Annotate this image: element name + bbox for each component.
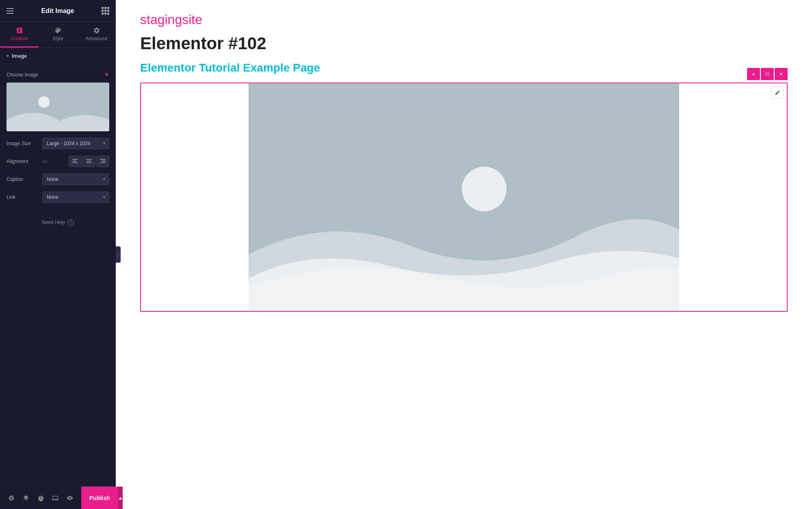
hamburger-menu-button[interactable] (6, 8, 14, 14)
widget-container: + × (140, 83, 788, 312)
grid-menu-button[interactable] (102, 7, 109, 15)
tab-content-label: Content (11, 36, 28, 41)
section-label: Image (12, 53, 27, 59)
link-select[interactable]: None (42, 191, 109, 203)
page-subtitle: Elementor Tutorial Example Page (140, 61, 788, 74)
choose-image-label: Choose Image (6, 72, 38, 78)
panel-title: Edit Image (41, 7, 74, 15)
page-title: Elementor #102 (140, 34, 788, 53)
tab-style-label: Style (52, 36, 63, 41)
sidebar-collapse-handle[interactable]: ‹ (116, 246, 121, 263)
svg-point-18 (767, 75, 768, 76)
align-center-button[interactable] (82, 156, 95, 167)
alignment-buttons (52, 156, 109, 167)
svg-rect-4 (72, 159, 78, 160)
svg-point-14 (765, 74, 766, 74)
caption-label: Caption (6, 176, 39, 182)
responsive-button[interactable] (49, 492, 62, 505)
ai-icon[interactable]: ✦ (104, 71, 109, 78)
svg-point-23 (462, 167, 507, 211)
widget-toolbar: + × (747, 68, 788, 80)
site-title: stagingsite (140, 12, 788, 27)
widget-add-button[interactable]: + (747, 68, 760, 80)
monitor-icon: ▭ (42, 159, 47, 164)
publish-button[interactable]: Publish (81, 487, 118, 509)
help-icon: ? (67, 219, 74, 226)
svg-rect-6 (72, 162, 78, 163)
svg-rect-10 (100, 159, 106, 160)
svg-rect-9 (86, 162, 92, 163)
widget-edit-button[interactable] (771, 87, 784, 99)
svg-point-15 (765, 75, 766, 76)
tab-advanced-label: Advanced (86, 36, 107, 41)
image-section-header[interactable]: ▾ Image (0, 48, 116, 64)
placeholder-image (141, 83, 787, 311)
image-size-row: Image Size Large - 1024 x 1024 (6, 138, 109, 149)
image-preview-thumbnail[interactable] (6, 83, 109, 131)
svg-point-19 (768, 72, 769, 73)
alignment-label: Alignment (6, 159, 39, 164)
need-help-label: Need Help (42, 220, 65, 225)
caption-row: Caption None (6, 174, 109, 185)
widget-move-button[interactable] (761, 68, 774, 80)
main-canvas: stagingsite Elementor #102 Elementor Tut… (116, 0, 812, 509)
align-right-button[interactable] (96, 156, 109, 167)
image-size-label: Image Size (6, 141, 39, 146)
svg-point-17 (767, 74, 768, 74)
image-widget (140, 83, 788, 312)
svg-point-21 (768, 75, 769, 76)
section-chevron-icon: ▾ (6, 54, 9, 58)
settings-button[interactable] (5, 492, 18, 505)
align-left-button[interactable] (69, 156, 82, 167)
svg-point-20 (768, 74, 769, 74)
history-button[interactable] (34, 492, 47, 505)
sidebar: Edit Image Content Style Advanced ▾ Imag… (0, 0, 116, 509)
caption-select[interactable]: None (42, 174, 109, 185)
svg-point-16 (767, 72, 768, 73)
preview-button[interactable] (63, 492, 76, 505)
svg-point-13 (765, 72, 766, 73)
image-size-select[interactable]: Large - 1024 x 1024 (42, 138, 109, 149)
caption-select-wrapper: None (42, 174, 109, 185)
link-select-wrapper: None (42, 191, 109, 203)
svg-rect-7 (86, 159, 92, 160)
tab-advanced[interactable]: Advanced (77, 22, 116, 48)
image-size-select-wrapper: Large - 1024 x 1024 (42, 138, 109, 149)
tab-style[interactable]: Style (39, 22, 77, 48)
svg-rect-11 (102, 161, 106, 161)
svg-point-3 (38, 96, 50, 108)
tab-content[interactable]: Content (0, 22, 39, 48)
image-section-body: Choose Image ✦ Image Size Large - 1024 x… (0, 64, 116, 242)
alignment-row: Alignment ▭ (6, 156, 109, 167)
choose-image-row: Choose Image ✦ (6, 71, 109, 78)
widget-close-button[interactable]: × (775, 68, 788, 80)
link-label: Link (6, 194, 39, 200)
publish-expand-button[interactable]: ▲ (118, 487, 123, 509)
bottom-actions (0, 492, 81, 505)
svg-rect-12 (100, 162, 106, 163)
link-row: Link None (6, 191, 109, 203)
need-help-row[interactable]: Need Help ? (6, 209, 109, 235)
layers-button[interactable] (19, 492, 32, 505)
sidebar-bottom-bar: Publish ▲ (0, 486, 116, 509)
panel-tabs: Content Style Advanced (0, 22, 116, 48)
sidebar-header: Edit Image (0, 0, 116, 22)
svg-rect-5 (72, 161, 76, 161)
panel-body: ▾ Image Choose Image ✦ Image Size (0, 48, 116, 486)
svg-rect-8 (87, 161, 91, 161)
